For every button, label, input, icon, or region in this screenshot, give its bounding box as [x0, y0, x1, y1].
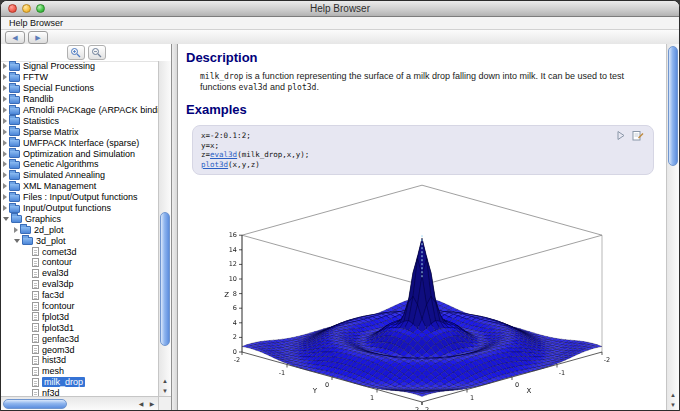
forward-button[interactable]: ▶	[28, 31, 48, 44]
tree-item-label: Optimization and Simulation	[23, 149, 135, 159]
tree-item-Statistics[interactable]: Statistics	[1, 115, 158, 126]
scroll-right-arrow[interactable]: ▶	[146, 399, 158, 409]
disclosure-triangle-icon[interactable]	[3, 194, 7, 200]
tree-item-label: hist3d	[42, 355, 66, 365]
scroll-up-arrow[interactable]: ▲	[159, 376, 171, 386]
tree-scrollbar-thumb[interactable]	[160, 212, 170, 346]
disclosure-triangle-icon[interactable]	[14, 239, 20, 243]
folder-icon	[9, 139, 20, 147]
tree-item-XML Management[interactable]: XML Management	[1, 181, 158, 192]
content-scrollbar-thumb[interactable]	[668, 46, 678, 166]
description-text: milk_drop is a function representing the…	[200, 71, 658, 93]
folder-icon	[9, 85, 20, 93]
tree-item-Randlib[interactable]: Randlib	[1, 94, 158, 105]
tree-item-label: Graphics	[25, 214, 61, 224]
disclosure-triangle-icon[interactable]	[3, 63, 7, 69]
tree-item-eval3d[interactable]: eval3d	[1, 268, 158, 279]
tree-item-Files : Input/Output functions[interactable]: Files : Input/Output functions	[1, 192, 158, 203]
run-example-play-icon[interactable]	[616, 130, 626, 141]
file-icon	[32, 345, 39, 354]
disclosure-triangle-icon[interactable]	[3, 151, 7, 157]
disclosure-triangle-icon[interactable]	[3, 74, 7, 80]
scrollbar-corner	[158, 396, 171, 410]
code-link-eval3d[interactable]: eval3d	[210, 150, 237, 159]
back-button[interactable]: ◀	[5, 31, 25, 44]
code-link-plot3d[interactable]: plot3d	[201, 160, 228, 169]
disclosure-triangle-icon[interactable]	[3, 118, 7, 124]
folder-icon	[9, 205, 20, 213]
tree-item-Optimization and Simulation[interactable]: Optimization and Simulation	[1, 148, 158, 159]
disclosure-triangle-icon[interactable]	[3, 140, 7, 146]
tree-item-ARnoldi PACKage (ARPACK binding)[interactable]: ARnoldi PACKage (ARPACK binding)	[1, 105, 158, 116]
file-icon	[32, 323, 39, 332]
code-text: x=-2:0.1:2;	[201, 131, 251, 140]
tree-item-2d_plot[interactable]: 2d_plot	[1, 224, 158, 235]
disclosure-triangle-icon[interactable]	[3, 172, 7, 178]
tree-hscrollbar-thumb[interactable]	[3, 399, 67, 409]
file-icon	[32, 334, 39, 343]
tree-item-label: 2d_plot	[34, 225, 64, 235]
milk-drop-3d-plot	[189, 180, 655, 410]
tree-item-label: Files : Input/Output functions	[23, 192, 138, 202]
disclosure-triangle-icon[interactable]	[3, 161, 7, 167]
tree-item-label: mesh	[42, 366, 64, 376]
tree-item-fplot3d1[interactable]: fplot3d1	[1, 322, 158, 333]
tree-item-fac3d[interactable]: fac3d	[1, 290, 158, 301]
folder-icon	[9, 150, 20, 158]
scroll-down-arrow[interactable]: ▼	[159, 386, 171, 396]
tree-item-Special Functions[interactable]: Special Functions	[1, 83, 158, 94]
content-scroll-down-arrow[interactable]: ▼	[667, 400, 679, 410]
tree-item-Graphics[interactable]: Graphics	[1, 213, 158, 224]
tree-item-nf3d[interactable]: nf3d	[1, 388, 158, 396]
tree-item-eval3dp[interactable]: eval3dp	[1, 279, 158, 290]
zoom-in-button[interactable]	[67, 45, 85, 60]
file-icon	[32, 247, 39, 256]
tree-item-mesh[interactable]: mesh	[1, 366, 158, 377]
disclosure-triangle-icon[interactable]	[3, 217, 9, 221]
tree-item-contour[interactable]: contour	[1, 257, 158, 268]
sidebar-toolbar	[1, 44, 171, 62]
disclosure-triangle-icon[interactable]	[3, 183, 7, 189]
disclosure-triangle-icon[interactable]	[3, 129, 7, 135]
help-page-panel: Description milk_drop is a function repr…	[178, 44, 679, 410]
tree-item-FFTW[interactable]: FFTW	[1, 72, 158, 83]
tree-item-comet3d[interactable]: comet3d	[1, 246, 158, 257]
tree-item-fcontour[interactable]: fcontour	[1, 301, 158, 312]
tree-item-UMFPACK Interface (sparse)[interactable]: UMFPACK Interface (sparse)	[1, 137, 158, 148]
content-scroll-up-arrow[interactable]: ▲	[667, 390, 679, 400]
disclosure-triangle-icon[interactable]	[3, 85, 7, 91]
title-bar[interactable]: Help Browser	[1, 1, 679, 17]
tree-item-3d_plot[interactable]: 3d_plot	[1, 235, 158, 246]
edit-example-notepad-icon[interactable]	[632, 130, 644, 141]
disclosure-triangle-icon[interactable]	[14, 227, 18, 233]
tree-horizontal-scrollbar[interactable]: ◀ ▶	[1, 396, 158, 410]
tree-item-geom3d[interactable]: geom3d	[1, 344, 158, 355]
disclosure-triangle-icon[interactable]	[3, 107, 7, 113]
disclosure-triangle-icon[interactable]	[3, 96, 7, 102]
content-vertical-scrollbar[interactable]: ▲ ▼	[666, 44, 679, 410]
folder-icon	[9, 107, 20, 115]
tree-item-milk_drop[interactable]: milk_drop	[1, 377, 158, 388]
menu-help-browser[interactable]: Help Browser	[6, 18, 66, 28]
file-icon	[32, 378, 39, 387]
tree-item-label: 3d_plot	[36, 236, 66, 246]
tree-item-fplot3d[interactable]: fplot3d	[1, 311, 158, 322]
tree-item-Input/Output functions[interactable]: Input/Output functions	[1, 203, 158, 214]
code-text: (milk_drop,x,y);	[237, 150, 309, 159]
tree-vertical-scrollbar[interactable]: ▲ ▼	[158, 61, 171, 396]
tree-item-hist3d[interactable]: hist3d	[1, 355, 158, 366]
navigation-toolbar: ◀ ▶	[1, 30, 679, 45]
disclosure-triangle-icon[interactable]	[3, 205, 7, 211]
tree-item-genfac3d[interactable]: genfac3d	[1, 333, 158, 344]
tree-item-label: Genetic Algorithms	[23, 159, 99, 169]
folder-icon	[22, 237, 33, 245]
example-code-lines: x=-2:0.1:2;y=x;z=eval3d(milk_drop,x,y);p…	[201, 131, 645, 169]
help-browser-window: Help Browser Help Browser ◀ ▶	[0, 0, 680, 411]
tree-item-Genetic Algorithms[interactable]: Genetic Algorithms	[1, 159, 158, 170]
tree-item-Simulated Annealing[interactable]: Simulated Annealing	[1, 170, 158, 181]
tree-item-Sparse Matrix[interactable]: Sparse Matrix	[1, 126, 158, 137]
tree-item-Signal Processing[interactable]: Signal Processing	[1, 61, 158, 72]
zoom-out-button[interactable]	[88, 45, 106, 60]
tree-item-label: Input/Output functions	[23, 203, 111, 213]
folder-icon	[20, 226, 31, 234]
